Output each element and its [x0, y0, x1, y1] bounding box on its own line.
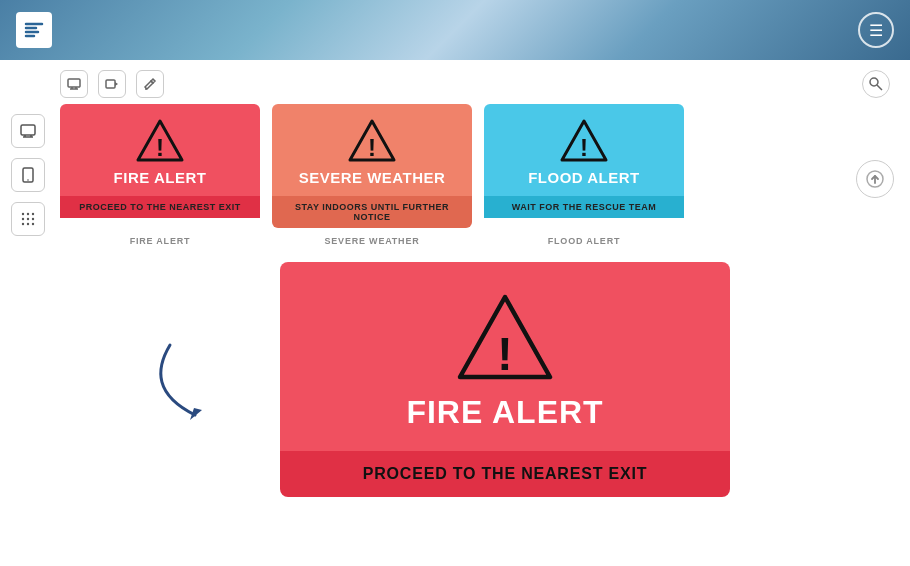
- flood-card-top: ! FLOOD ALERT: [484, 104, 684, 196]
- severe-card-title: SEVERE WEATHER: [299, 169, 446, 186]
- fire-card-subtitle: PROCEED TO THE NEAREST EXIT: [60, 196, 260, 218]
- app-container: ☰: [0, 0, 910, 566]
- svg-point-23: [31, 223, 33, 225]
- sidebar-screen-btn[interactable]: [11, 114, 45, 148]
- large-card-top: ! FIRE ALERT: [280, 262, 730, 451]
- svg-rect-9: [21, 125, 35, 135]
- flood-alert-card[interactable]: ! FLOOD ALERT WAIT FOR THE RESCUE TEAM: [484, 104, 684, 228]
- cards-area: ! FIRE ALERT PROCEED TO THE NEAREST EXIT…: [55, 104, 910, 566]
- flood-card-title: FLOOD ALERT: [528, 169, 640, 186]
- svg-line-8: [877, 85, 882, 90]
- svg-text:!: !: [497, 328, 512, 380]
- toolbar-right: [862, 70, 890, 98]
- toolbar-icon-video[interactable]: [98, 70, 126, 98]
- toolbar-left: [60, 70, 164, 98]
- svg-point-22: [26, 223, 28, 225]
- svg-point-7: [870, 78, 878, 86]
- alert-cards-row: ! FIRE ALERT PROCEED TO THE NEAREST EXIT…: [60, 104, 890, 228]
- toolbar: [0, 60, 910, 104]
- menu-button[interactable]: ☰: [858, 12, 894, 48]
- svg-point-19: [26, 218, 28, 220]
- svg-text:!: !: [368, 134, 376, 161]
- content-area: ! FIRE ALERT PROCEED TO THE NEAREST EXIT…: [0, 104, 910, 566]
- svg-text:!: !: [156, 134, 164, 161]
- curved-arrow-svg: [140, 330, 240, 430]
- svg-point-18: [21, 218, 23, 220]
- flood-card-label: FLOOD ALERT: [484, 236, 684, 246]
- sidebar-tablet-btn[interactable]: [11, 158, 45, 192]
- svg-marker-5: [115, 82, 118, 86]
- svg-point-21: [21, 223, 23, 225]
- logo: [16, 12, 52, 48]
- svg-point-16: [26, 213, 28, 215]
- bottom-area: ! FIRE ALERT PROCEED TO THE NEAREST EXIT: [60, 262, 890, 497]
- flood-card-subtitle: WAIT FOR THE RESCUE TEAM: [484, 196, 684, 218]
- svg-point-17: [31, 213, 33, 215]
- severe-card-top: ! SEVERE WEATHER: [272, 104, 472, 196]
- large-card-title: FIRE ALERT: [406, 394, 603, 431]
- arrow-indicator: [120, 310, 260, 450]
- toolbar-icon-edit[interactable]: [136, 70, 164, 98]
- svg-point-15: [21, 213, 23, 215]
- large-card-subtitle: PROCEED TO THE NEAREST EXIT: [280, 451, 730, 497]
- severe-card-label: SEVERE WEATHER: [272, 236, 472, 246]
- main-content: ! FIRE ALERT PROCEED TO THE NEAREST EXIT…: [0, 60, 910, 566]
- severe-card-subtitle: STAY INDOORS UNTIL FURTHER NOTICE: [272, 196, 472, 228]
- svg-text:!: !: [580, 134, 588, 161]
- header: ☰: [0, 0, 910, 60]
- search-button[interactable]: [862, 70, 890, 98]
- fire-alert-card[interactable]: ! FIRE ALERT PROCEED TO THE NEAREST EXIT: [60, 104, 260, 228]
- fire-card-title: FIRE ALERT: [114, 169, 207, 186]
- upload-button[interactable]: [856, 160, 894, 198]
- svg-point-14: [27, 179, 29, 181]
- svg-point-20: [31, 218, 33, 220]
- sidebar: [0, 104, 55, 566]
- severe-weather-card[interactable]: ! SEVERE WEATHER STAY INDOORS UNTIL FURT…: [272, 104, 472, 228]
- svg-rect-4: [106, 80, 115, 88]
- card-labels-row: FIRE ALERT SEVERE WEATHER FLOOD ALERT: [60, 236, 890, 246]
- large-preview-card[interactable]: ! FIRE ALERT PROCEED TO THE NEAREST EXIT: [280, 262, 730, 497]
- fire-card-top: ! FIRE ALERT: [60, 104, 260, 196]
- fire-card-label: FIRE ALERT: [60, 236, 260, 246]
- toolbar-icon-screen[interactable]: [60, 70, 88, 98]
- sidebar-grid-btn[interactable]: [11, 202, 45, 236]
- svg-rect-0: [68, 79, 80, 87]
